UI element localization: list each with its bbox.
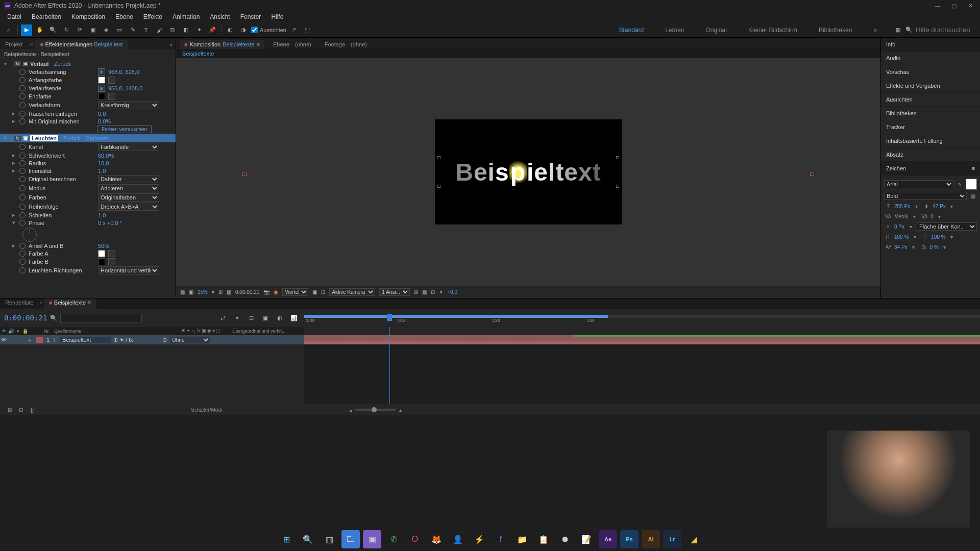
tab-project[interactable]: Projekt <box>0 40 28 49</box>
fill-over-select[interactable]: Fläche über Kon.. <box>917 222 977 231</box>
stopwatch-icon[interactable] <box>19 118 26 124</box>
layer-handle[interactable] <box>810 172 814 176</box>
messenger-icon[interactable]: ⚡ <box>470 530 488 548</box>
eyedropper-icon[interactable] <box>108 258 115 265</box>
stopwatch-icon[interactable] <box>19 212 26 218</box>
menu-ansicht[interactable]: Ansicht <box>205 13 235 20</box>
fx-toggle-icon[interactable]: fx <box>14 136 21 141</box>
region-icon[interactable]: ▣ <box>312 289 317 295</box>
eraser-tool[interactable]: ◧ <box>180 24 191 36</box>
eyedropper-icon[interactable] <box>108 250 115 257</box>
switch-icon[interactable]: ⊕ <box>113 337 118 343</box>
switch-mode-button[interactable]: Schalter/Modi <box>191 407 222 413</box>
app-icon[interactable]: 👤 <box>449 530 467 548</box>
stopwatch-icon[interactable] <box>19 194 26 201</box>
menu-ebene[interactable]: Ebene <box>110 13 138 20</box>
pen-tool[interactable]: ✎ <box>127 24 138 36</box>
stopwatch-icon[interactable] <box>19 185 26 191</box>
composition-canvas[interactable]: Beispieltext <box>435 119 622 224</box>
tl-graph-icon[interactable]: 📊 <box>288 312 300 323</box>
stopwatch-icon[interactable] <box>19 153 26 159</box>
tl-draft-icon[interactable]: ✦ <box>231 312 242 323</box>
color-swatch[interactable] <box>98 250 105 257</box>
options-link[interactable]: Optionen... <box>86 135 113 141</box>
playhead[interactable] <box>387 314 392 321</box>
visibility-toggle[interactable]: 👁 <box>0 337 7 343</box>
menu-hilfe[interactable]: Hilfe <box>266 13 288 20</box>
workspace-more-icon[interactable]: » <box>870 26 880 35</box>
prop-value[interactable]: 0,0 <box>98 111 106 117</box>
order-select[interactable]: Dreieck A>B>A <box>98 203 159 211</box>
color-swatch[interactable] <box>98 77 105 84</box>
whatsapp-icon[interactable]: ✆ <box>384 530 403 548</box>
fx-icon[interactable]: ✦ <box>439 289 443 295</box>
color-icon[interactable]: ◉ <box>274 289 278 295</box>
zoom-in-icon[interactable]: ▴ <box>399 407 402 413</box>
tsume-value[interactable]: 0 % <box>930 244 939 250</box>
composite-select[interactable]: Dahinter <box>98 175 159 183</box>
panel-zeichen-header[interactable]: Zeichen ≡ <box>881 162 980 176</box>
camera-select[interactable]: Aktive Kamera <box>329 288 375 296</box>
menu-bearbeiten[interactable]: Bearbeiten <box>27 13 66 20</box>
mask-icon[interactable]: ▦ <box>422 289 427 295</box>
collapse-icon[interactable]: ▾ <box>4 61 12 66</box>
3d-icon[interactable]: ⊡ <box>431 289 435 295</box>
prop-value[interactable]: 0 x +0,0 ° <box>98 220 122 226</box>
stopwatch-icon[interactable] <box>19 69 26 75</box>
tracking-value[interactable]: 0 <box>930 214 934 219</box>
canvas-text[interactable]: Beispieltext <box>455 158 601 186</box>
prop-value[interactable]: 1,0 <box>98 212 106 218</box>
opera-icon[interactable]: O <box>406 530 424 548</box>
anchor-tool[interactable]: ◈ <box>101 24 112 36</box>
effect-leuchten-header[interactable]: ▾ fx ▣ Leuchten Zurück Optionen... <box>0 134 176 142</box>
menu-datei[interactable]: Datei <box>2 13 27 20</box>
stopwatch-icon[interactable] <box>19 251 26 257</box>
timecode-display[interactable]: 0:00:00:21 <box>235 289 259 295</box>
workspace-bibliotheken[interactable]: Bibliotheken <box>816 26 855 35</box>
camera-tool[interactable]: ▣ <box>87 24 99 36</box>
photoshop-icon[interactable]: Ps <box>620 530 639 548</box>
panel-tracker[interactable]: Tracker <box>881 120 980 134</box>
canvas-area[interactable]: Beispieltext <box>176 58 880 286</box>
stopwatch-icon[interactable] <box>19 85 26 91</box>
stopwatch-icon[interactable] <box>19 160 26 166</box>
timeline-tracks[interactable] <box>304 327 980 404</box>
layer-handle[interactable] <box>242 172 247 176</box>
stopwatch-icon[interactable] <box>19 204 26 210</box>
crosshair-icon[interactable]: ⊕ <box>98 68 105 76</box>
stopwatch-icon[interactable] <box>19 93 26 99</box>
views-select[interactable]: 1 Ansi... <box>379 288 410 296</box>
zoom-dropdown[interactable]: 25% <box>198 289 208 295</box>
stopwatch-icon[interactable] <box>19 144 26 150</box>
playhead-line[interactable] <box>389 327 390 404</box>
effect-verlauf-header[interactable]: ▾ fx ▣ Verlauf Zurück <box>0 59 176 68</box>
explorer-icon[interactable]: 🗔 <box>341 530 360 548</box>
tab-effect-controls[interactable]: ■ Effekteinstellungen Beispieltext <box>35 40 128 49</box>
obs-icon[interactable]: ⏺ <box>556 530 574 548</box>
corner-handle[interactable] <box>616 185 619 188</box>
kerning-value[interactable]: Metrik <box>894 214 908 219</box>
font-style-select[interactable]: Bold <box>884 192 967 200</box>
hscale-value[interactable]: 100 % <box>931 234 945 240</box>
zoom-chevron-icon[interactable]: ▾ <box>212 289 214 295</box>
layer-name[interactable]: Beispieltext <box>60 337 111 343</box>
after-effects-icon[interactable]: Ae <box>599 530 617 548</box>
toggle-icon[interactable]: {} <box>27 404 38 415</box>
channel-select[interactable]: Farbkanäle <box>98 143 159 151</box>
tab-timeline-comp[interactable]: ■ Beispieltexte ≡ <box>44 298 96 309</box>
view-icon[interactable]: ⊞ <box>414 289 418 295</box>
swap-colors-button[interactable]: Farben vertauschen <box>97 126 152 133</box>
folder-icon[interactable]: 📁 <box>513 530 531 548</box>
grid-icon[interactable]: ▦ <box>227 289 231 295</box>
roto-tool[interactable]: ✦ <box>193 24 205 36</box>
viewer-tab-layer[interactable]: Ebene (ohne) <box>269 40 315 49</box>
workspace-toggle-icon[interactable]: ▦ <box>892 24 903 36</box>
workspace-standard[interactable]: Standard <box>616 26 647 35</box>
effect-box-icon[interactable]: ▣ <box>23 135 28 141</box>
shape-select[interactable]: Kreisförmig <box>98 101 159 109</box>
panel-more-icon[interactable]: » <box>166 40 176 49</box>
crosshair-icon[interactable]: ⊕ <box>98 85 105 92</box>
font-size-value[interactable]: 255 Px <box>894 204 910 209</box>
app-icon[interactable]: ◢ <box>684 530 703 548</box>
maximize-button[interactable]: ▢ <box>950 2 958 9</box>
